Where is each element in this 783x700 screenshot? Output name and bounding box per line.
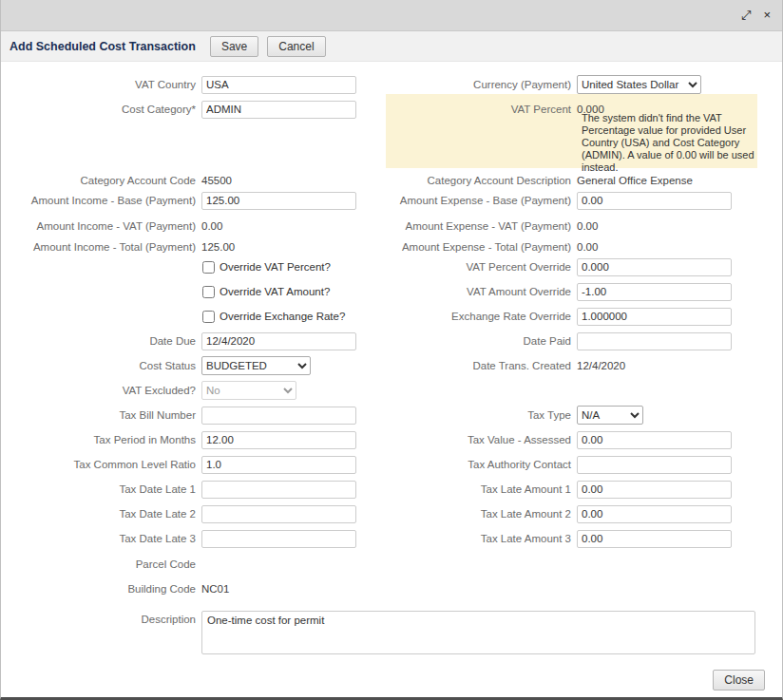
field-label: Date Due [1, 335, 196, 347]
field-label: Date Paid [381, 335, 571, 347]
amount-income-base-input[interactable] [201, 192, 356, 210]
save-button[interactable]: Save [210, 36, 258, 57]
vat-amount-override-input[interactable] [577, 283, 732, 301]
field-label: Tax Period in Months [1, 434, 196, 445]
date-trans-created-value: 12/4/2020 [577, 360, 625, 371]
field-row: Date Trans. Created 12/4/2020 [381, 356, 763, 375]
field-row: Building Code NC01 [1, 579, 373, 598]
field-row: VAT Country [1, 75, 373, 94]
building-code-value: NC01 [201, 583, 229, 595]
vat-percent-override-input[interactable] [577, 258, 732, 276]
field-row: Amount Expense - Base (Payment) [381, 191, 763, 210]
field-row: VAT Percent Override [381, 257, 763, 276]
description-textarea[interactable]: One-time cost for permit [201, 611, 755, 654]
cost-category-input[interactable] [201, 101, 356, 119]
field-label: Tax Late Amount 3 [381, 533, 571, 544]
field-row: Amount Expense - VAT (Payment) 0.00 [381, 217, 763, 236]
field-label: Exchange Rate Override [381, 311, 571, 322]
field-label: Building Code [1, 583, 196, 595]
field-label: VAT Percent [381, 104, 571, 115]
date-due-input[interactable] [201, 332, 356, 350]
override-exchange-rate-checkbox[interactable] [202, 311, 215, 323]
field-label: Tax Value - Assessed [381, 434, 571, 445]
tax-late-amount-2-input[interactable] [577, 505, 732, 523]
field-row: Tax Type N/A [381, 406, 763, 425]
field-row: Tax Late Amount 3 [381, 529, 763, 548]
form-body: VAT Country Cost Category* Category Acco… [1, 62, 782, 697]
field-row: Override Exchange Rate? [1, 307, 373, 326]
tax-late-amount-3-input[interactable] [577, 530, 732, 548]
field-label: Tax Common Level Ratio [1, 459, 196, 470]
field-row: Date Paid [381, 331, 763, 350]
tax-date-late-3-input[interactable] [201, 530, 356, 548]
field-row: Category Account Description General Off… [381, 171, 763, 190]
amount-expense-total-value: 0.00 [577, 241, 598, 253]
cancel-button[interactable]: Cancel [267, 36, 325, 57]
tax-type-select[interactable]: N/A [577, 406, 643, 425]
field-row: Category Account Code 45500 [1, 171, 373, 190]
field-label: Amount Income - VAT (Payment) [1, 220, 196, 232]
tax-common-level-ratio-input[interactable] [201, 456, 356, 474]
field-row: Tax Late Amount 2 [381, 504, 763, 523]
vat-country-input[interactable] [201, 76, 356, 94]
field-label: Tax Authority Contact [381, 459, 571, 470]
tax-late-amount-1-input[interactable] [577, 481, 732, 499]
field-row: Tax Late Amount 1 [381, 480, 763, 499]
field-row: Parcel Code [1, 555, 373, 574]
field-label: Parcel Code [1, 558, 196, 570]
field-label: Tax Date Late 3 [1, 533, 196, 544]
date-paid-input[interactable] [577, 332, 732, 350]
field-label: Tax Date Late 1 [1, 483, 196, 495]
field-row: Exchange Rate Override [381, 307, 763, 326]
vat-excluded-select: No [201, 381, 296, 400]
tax-date-late-1-input[interactable] [201, 481, 356, 499]
tax-period-in-months-input[interactable] [201, 431, 356, 449]
field-label: Amount Income - Base (Payment) [1, 195, 196, 206]
field-label: Currency (Payment) [381, 79, 571, 90]
field-label: Amount Expense - VAT (Payment) [381, 220, 571, 232]
checkbox-label: Override VAT Amount? [220, 286, 330, 297]
field-label: Tax Bill Number [1, 409, 196, 421]
close-button[interactable]: Close [713, 670, 765, 691]
checkbox-label: Override VAT Percent? [220, 261, 331, 273]
field-row: Currency (Payment) United States Dollar [381, 75, 763, 94]
field-label: VAT Excluded? [1, 385, 196, 396]
field-row: Description One-time cost for permit [1, 611, 761, 660]
tax-date-late-2-input[interactable] [201, 505, 356, 523]
field-label: Amount Income - Total (Payment) [1, 241, 196, 253]
currency-payment-select[interactable]: United States Dollar [577, 75, 701, 94]
close-icon[interactable]: × [763, 8, 771, 23]
add-scheduled-cost-transaction-dialog: ⤢ × Add Scheduled Cost Transaction Save … [0, 0, 783, 700]
tax-authority-contact-input[interactable] [577, 456, 732, 474]
amount-expense-base-input[interactable] [577, 192, 732, 210]
window-controls: ⤢ × [741, 8, 771, 23]
field-row: Amount Expense - Total (Payment) 0.00 [381, 237, 763, 256]
category-account-description-value: General Office Expense [577, 175, 693, 186]
field-row: Tax Bill Number [1, 406, 373, 425]
tax-value-assessed-input[interactable] [577, 431, 732, 449]
field-label: Category Account Code [1, 175, 196, 186]
field-row: Tax Date Late 2 [1, 504, 373, 523]
amount-income-total-value: 125.00 [201, 241, 235, 253]
field-label: Amount Expense - Base (Payment) [381, 195, 571, 206]
field-label: Tax Date Late 2 [1, 508, 196, 520]
page-title: Add Scheduled Cost Transaction [10, 40, 196, 53]
window-title-bar: ⤢ × [1, 0, 782, 31]
exchange-rate-override-input[interactable] [577, 308, 732, 326]
expand-icon[interactable]: ⤢ [741, 8, 751, 23]
cost-status-select[interactable]: BUDGETED [201, 356, 311, 375]
field-row: Tax Date Late 3 [1, 529, 373, 548]
field-label: Cost Status [1, 360, 196, 371]
field-label: VAT Country [1, 79, 196, 90]
field-label: VAT Amount Override [381, 286, 571, 297]
field-row: Tax Value - Assessed [381, 430, 763, 449]
override-vat-percent-checkbox[interactable] [202, 261, 215, 274]
field-row: Override VAT Percent? [1, 257, 373, 276]
vat-warning-text: The system didn't find the VAT Percentag… [582, 112, 760, 174]
tax-bill-number-input[interactable] [201, 407, 356, 425]
field-label: Description [1, 611, 196, 625]
field-row: Amount Income - VAT (Payment) 0.00 [1, 217, 373, 236]
field-label: Category Account Description [381, 175, 571, 186]
field-label: Date Trans. Created [381, 360, 571, 371]
override-vat-amount-checkbox[interactable] [202, 286, 215, 298]
